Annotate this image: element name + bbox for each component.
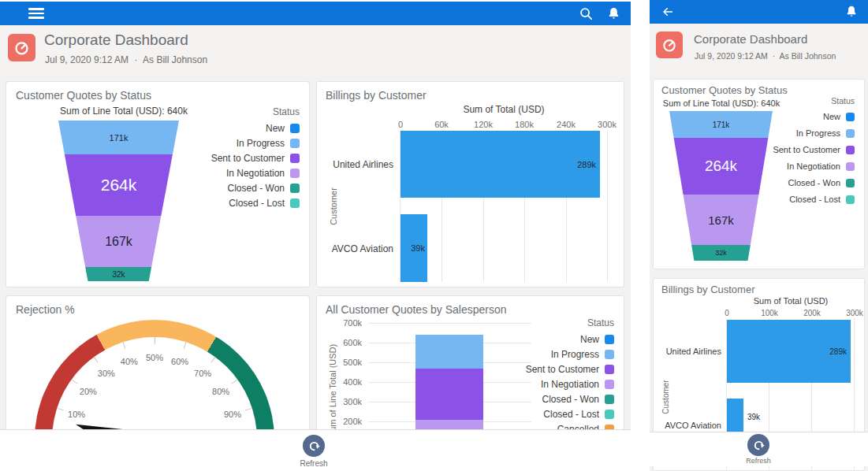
legend-item-label: Sent to Customer — [526, 364, 599, 375]
notifications-bell-icon[interactable] — [845, 5, 858, 18]
search-icon[interactable] — [579, 7, 593, 20]
funnel-chart[interactable]: 171k 264k 167k 32k — [58, 121, 179, 281]
legend-item-new[interactable]: New — [773, 112, 855, 121]
back-arrow-icon[interactable] — [661, 5, 675, 19]
legend-item-swatch — [290, 139, 300, 148]
funnel-legend: Status NewIn ProgressSent to CustomerIn … — [211, 106, 300, 213]
stack-segment-sent-to-customer[interactable] — [415, 369, 483, 420]
mobile-view: Corporate Dashboard Jul 9, 2020 9:12 AM … — [650, 0, 868, 471]
x-tick: 120k — [474, 120, 493, 129]
legend-item-in-negotiation[interactable]: In Negotiation — [526, 379, 614, 390]
chart-title-salesperson[interactable]: All Customer Quotes by Salesperson — [326, 303, 507, 316]
legend-item-label: Closed - Lost — [229, 198, 285, 209]
category-label-avco-aviation: AVCO Aviation — [317, 243, 393, 254]
legend-item-swatch — [605, 335, 614, 344]
legend-item-closed-won[interactable]: Closed - Won — [211, 183, 300, 194]
bar-avco-aviation[interactable] — [727, 399, 743, 436]
gauge-tick-label: 40% — [121, 357, 138, 366]
category-label-avco-aviation: AVCO Aviation — [654, 421, 721, 430]
screenshot-root: { "header": { "title": "Corporate Dashbo… — [0, 0, 868, 471]
chart-title-customer-quotes[interactable]: Customer Quotes by Status — [661, 84, 788, 96]
salesperson-legend: Status NewIn ProgressSent to CustomerIn … — [526, 317, 614, 439]
legend-item-closed-won[interactable]: Closed - Won — [526, 394, 614, 405]
stack-segment-in-progress[interactable] — [415, 335, 483, 369]
legend-item-new[interactable]: New — [211, 123, 300, 134]
mobile-refresh-band: Refresh — [650, 432, 868, 466]
legend-item-in-negotiation[interactable]: In Negotiation — [211, 168, 300, 179]
gridline — [607, 131, 608, 282]
gauge-tick-label: 10% — [68, 410, 85, 419]
legend-item-swatch — [846, 162, 855, 171]
legend-item-label: New — [266, 123, 285, 134]
bar-united-airlines[interactable]: 289k — [400, 131, 600, 198]
funnel-segment-in-negotiation[interactable]: 167k — [58, 216, 179, 267]
hamburger-menu-icon[interactable] — [28, 8, 44, 18]
x-tick: 60k — [434, 120, 449, 129]
legend-item-label: In Progress — [796, 128, 840, 138]
funnel-segment-closed-won[interactable]: 32k — [669, 245, 773, 261]
legend-item-swatch — [290, 198, 300, 208]
legend-item-swatch — [846, 195, 855, 204]
dashboard-title-bar: Corporate Dashboard Jul 9, 2020 9:12 AM … — [0, 25, 631, 76]
legend-item-swatch — [290, 169, 300, 178]
funnel-value: 171k — [110, 133, 129, 143]
funnel-value: 167k — [105, 235, 132, 249]
notifications-bell-icon[interactable] — [607, 6, 620, 20]
legend-item-in-progress[interactable]: In Progress — [773, 128, 855, 138]
x-tick: 180k — [515, 120, 534, 129]
subtitle-separator: · — [134, 54, 137, 65]
legend-item-label: In Progress — [237, 138, 285, 149]
x-tick: 200k — [803, 309, 821, 317]
legend-item-in-negotiation[interactable]: In Negotiation — [773, 161, 855, 171]
funnel-segment-in-progress[interactable]: 171k — [58, 121, 179, 154]
x-tick: 0 — [725, 309, 729, 317]
funnel-segment-in-negotiation[interactable]: 167k — [669, 195, 773, 245]
chart-title-customer-quotes[interactable]: Customer Quotes by Status — [16, 89, 151, 102]
dashboard-timestamp: Jul 9, 2020 9:12 AM — [45, 54, 129, 65]
page-subtitle: Jul 9, 2020 9:12 AM · As Bill Johnson — [45, 54, 207, 65]
chart-title-billings[interactable]: Billings by Customer — [326, 89, 427, 102]
bar-avco-aviation[interactable]: 39k — [400, 214, 427, 282]
legend-item-label: In Progress — [551, 349, 599, 360]
legend-item-closed-lost[interactable]: Closed - Lost — [526, 409, 614, 420]
refresh-button[interactable] — [303, 435, 325, 457]
legend-item-closed-won[interactable]: Closed - Won — [773, 178, 855, 187]
desktop-refresh-band: Refresh — [0, 429, 631, 471]
legend-item-swatch — [846, 179, 855, 187]
legend-title: Status — [211, 106, 300, 117]
legend-item-label: In Negotiation — [541, 379, 599, 390]
legend-item-sent-to-customer[interactable]: Sent to Customer — [211, 153, 300, 164]
legend-item-new[interactable]: New — [526, 334, 614, 345]
chart-title-billings[interactable]: Billings by Customer — [661, 284, 755, 295]
y-tick: 300k — [326, 397, 362, 406]
funnel-chart[interactable]: 171k 264k 167k 32k — [669, 111, 773, 261]
gauge-chart[interactable]: 10%20%30%40%50%60%70%80%90% — [6, 296, 310, 439]
funnel-legend: Status NewIn ProgressSent to CustomerIn … — [773, 96, 855, 211]
legend-item-in-progress[interactable]: In Progress — [211, 138, 300, 149]
funnel-segment-sent-to-customer[interactable]: 264k — [669, 138, 773, 195]
category-label-united-airlines: United Airlines — [654, 347, 721, 356]
refresh-button[interactable] — [747, 434, 769, 456]
funnel-segment-in-progress[interactable]: 171k — [669, 111, 773, 138]
legend-item-in-progress[interactable]: In Progress — [526, 349, 614, 360]
gauge-tick-label: 20% — [80, 387, 97, 396]
legend-item-swatch — [605, 395, 614, 404]
legend-item-sent-to-customer[interactable]: Sent to Customer — [526, 364, 614, 375]
legend-item-swatch — [605, 350, 614, 359]
legend-item-label: In Negotiation — [226, 168, 285, 179]
x-axis-title: Sum of Total (USD) — [727, 296, 855, 306]
y-tick: 500k — [326, 358, 362, 367]
legend-item-swatch — [290, 184, 300, 193]
funnel-segment-sent-to-customer[interactable]: 264k — [58, 154, 179, 216]
x-axis-title: Sum of Total (USD) — [400, 104, 608, 115]
legend-item-label: Sent to Customer — [211, 153, 285, 164]
card-billings-by-customer: Billings by Customer Sum of Total (USD) … — [316, 81, 624, 287]
legend-item-closed-lost[interactable]: Closed - Lost — [211, 198, 300, 209]
legend-item-closed-lost[interactable]: Closed - Lost — [773, 195, 855, 204]
funnel-segment-closed-won[interactable]: 32k — [58, 267, 179, 281]
bar-united-airlines[interactable]: 289k — [727, 320, 851, 383]
gauge-tick-mark — [155, 337, 155, 344]
legend-item-sent-to-customer[interactable]: Sent to Customer — [773, 145, 855, 154]
viewing-as: As Bill Johnson — [143, 54, 207, 65]
x-tick: 240k — [557, 120, 576, 129]
